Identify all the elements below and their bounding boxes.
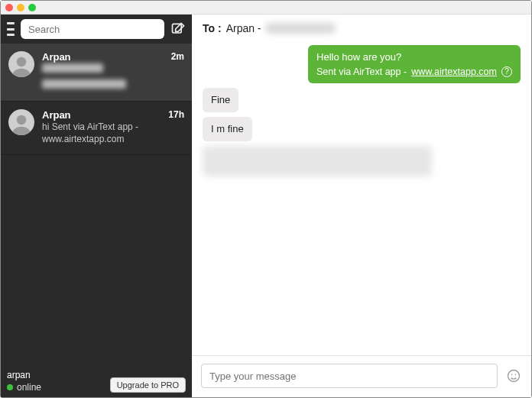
message-text: Fine [211, 94, 230, 105]
message-text: I m fine [211, 123, 244, 134]
search-input[interactable] [21, 19, 164, 39]
emoji-icon [506, 368, 521, 383]
svg-point-4 [511, 374, 513, 376]
conversation-main: Arpan [42, 51, 184, 92]
to-label: To : [203, 22, 222, 34]
message-input[interactable] [201, 364, 498, 388]
app-body: Arpan 2m Arpan hi Sent via [1, 15, 531, 397]
chat-pane: To : Arpan - Hello how are you? Sent via… [192, 15, 531, 397]
sidebar-footer: arpan online Upgrade to PRO [1, 367, 192, 397]
avatar [8, 51, 34, 77]
conversation-item[interactable]: Arpan 2m [1, 44, 192, 102]
app-window: Arpan 2m Arpan hi Sent via [0, 0, 532, 398]
status-dot-icon [7, 384, 13, 390]
airtext-link[interactable]: www.airtextapp.com [411, 66, 497, 79]
current-user-name: arpan [7, 370, 41, 380]
message-incoming: I m fine [203, 117, 252, 141]
hamburger-menu-icon[interactable] [7, 22, 15, 36]
upgrade-button[interactable]: Upgrade to PRO [110, 377, 186, 393]
person-icon [10, 112, 33, 135]
conversation-item[interactable]: Arpan hi Sent via AirText app - www.airt… [1, 102, 192, 155]
emoji-button[interactable] [505, 367, 522, 384]
message-incoming-redacted [203, 146, 432, 176]
conversation-time: 17h [168, 109, 184, 120]
svg-point-3 [508, 370, 520, 382]
status: online [7, 382, 41, 393]
conversation-list: Arpan 2m Arpan hi Sent via [1, 44, 192, 367]
compose-icon [170, 21, 186, 37]
current-user: arpan online [7, 370, 41, 393]
conversation-name: Arpan [42, 109, 184, 121]
window-close-button[interactable] [5, 4, 13, 11]
conversation-preview [42, 63, 184, 92]
avatar [8, 109, 34, 135]
chat-header: To : Arpan - [192, 15, 531, 39]
conversation-name: Arpan [42, 51, 184, 63]
message-list: Hello how are you? Sent via AirText app … [192, 39, 531, 355]
help-icon[interactable]: ? [501, 66, 512, 77]
window-zoom-button[interactable] [28, 4, 36, 11]
message-outgoing: Hello how are you? Sent via AirText app … [308, 45, 521, 83]
sidebar-top [1, 15, 192, 44]
conversation-main: Arpan hi Sent via AirText app - www.airt… [42, 109, 184, 145]
composer [192, 355, 531, 397]
recipient-number-redacted [266, 23, 335, 34]
compose-button[interactable] [170, 21, 186, 37]
message-sent-via: Sent via AirText app - www.airtextapp.co… [316, 66, 512, 79]
svg-point-1 [17, 57, 27, 67]
message-incoming: Fine [203, 88, 238, 112]
status-label: online [17, 382, 41, 393]
conversation-time: 2m [171, 51, 184, 62]
svg-point-5 [515, 374, 517, 376]
window-titlebar [1, 1, 531, 15]
message-text: Hello how are you? [316, 50, 512, 64]
svg-point-2 [17, 115, 27, 125]
recipient-name: Arpan - [226, 22, 261, 34]
person-icon [10, 54, 33, 77]
sidebar: Arpan 2m Arpan hi Sent via [1, 15, 192, 397]
window-minimize-button[interactable] [17, 4, 24, 11]
conversation-preview: hi Sent via AirText app - www.airtextapp… [42, 121, 184, 145]
